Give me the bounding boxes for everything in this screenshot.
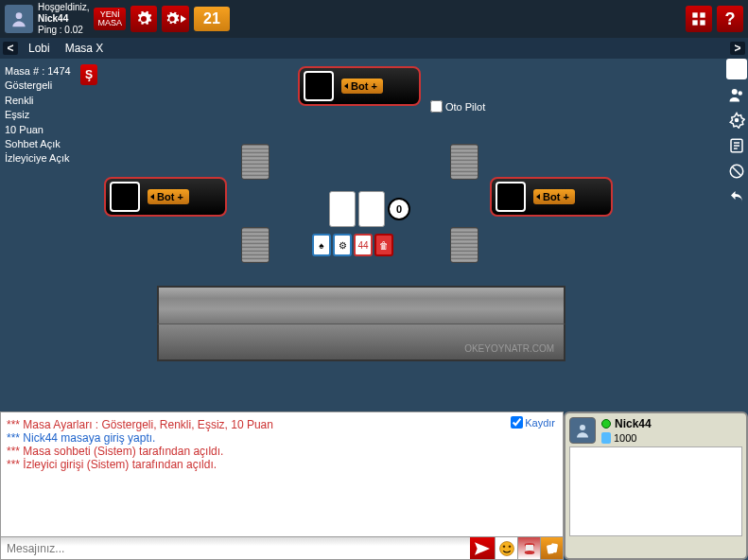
cards-button[interactable] (540, 537, 563, 559)
player-panel-body (569, 446, 742, 536)
svg-point-16 (508, 545, 510, 547)
oto-pilot-toggle[interactable]: Oto Pilot (430, 100, 485, 113)
mini-card-3-label: 44 (357, 240, 368, 251)
player-points: 1000 (614, 432, 636, 444)
seat-right-avatar (496, 182, 526, 212)
breadcrumb-fwd-button[interactable]: > (730, 42, 745, 55)
draw-tile-2[interactable] (358, 191, 385, 227)
rack-bottom-row[interactable]: OKEYOYNATR.COM (157, 324, 565, 361)
player-header: Nick44 1000 (569, 417, 742, 444)
draw-tile-1[interactable] (329, 191, 356, 227)
ping-label: Ping : 0.02 (38, 25, 83, 35)
player-points-row: 1000 (601, 432, 652, 444)
seat-top-avatar (304, 71, 334, 101)
emoji-button[interactable] (495, 537, 517, 559)
seat-top[interactable]: Bot + (298, 66, 421, 106)
chat-line-3: *** Masa sohbeti (Sistem) tarafından açı… (7, 445, 557, 458)
svg-rect-21 (549, 543, 557, 552)
breadcrumb: < Lobi Masa X > (0, 38, 748, 59)
coin-icon (601, 432, 611, 444)
chat-log[interactable]: Kaydır *** Masa Ayarları : Göstergeli, R… (1, 412, 563, 536)
seat-right[interactable]: Bot + (490, 177, 613, 217)
rack-top-row[interactable] (157, 286, 565, 324)
seat-top-label[interactable]: Bot + (341, 79, 383, 94)
discard-stack-bl[interactable] (241, 227, 270, 263)
online-status-icon (601, 419, 611, 429)
breadcrumb-lobi[interactable]: Lobi (21, 42, 58, 55)
grid-button[interactable] (686, 6, 712, 32)
player-nick: Nick44 (615, 417, 652, 430)
scroll-toggle[interactable]: Kaydır (511, 416, 555, 429)
oto-pilot-label: Oto Pilot (445, 101, 485, 113)
breadcrumb-masa[interactable]: Masa X (58, 42, 112, 55)
chat-line-1: *** Masa Ayarları : Göstergeli, Renkli, … (7, 418, 557, 431)
mini-card-4[interactable]: 🗑 (374, 234, 393, 256)
discard-stack-tr[interactable] (450, 144, 478, 180)
spool-button[interactable] (517, 537, 540, 559)
settings-button[interactable] (130, 6, 157, 32)
welcome-prefix: Hoşgeldiniz, (38, 2, 89, 12)
svg-point-14 (499, 541, 513, 555)
watermark: OKEYOYNATR.COM (464, 343, 554, 354)
svg-rect-3 (692, 20, 697, 25)
seat-right-label[interactable]: Bot + (533, 189, 575, 204)
svg-point-19 (524, 551, 534, 554)
mini-card-2-glyph: ⚙ (339, 240, 347, 251)
breadcrumb-back-button[interactable]: < (3, 42, 18, 55)
svg-rect-2 (700, 12, 705, 17)
svg-rect-4 (700, 20, 705, 25)
chat-line-2: *** Nick44 masaya giriş yaptı. (7, 431, 557, 445)
send-button[interactable] (470, 537, 495, 559)
message-input[interactable] (1, 537, 470, 559)
score-badge: 21 (194, 7, 230, 31)
help-button[interactable]: ? (717, 6, 743, 32)
welcome-text: Hoşgeldiniz, Nick44 Ping : 0.02 (38, 2, 89, 36)
mini-card-1[interactable]: ♠ (312, 234, 331, 256)
player-rack[interactable]: OKEYOYNATR.COM (157, 286, 565, 361)
seat-left[interactable]: Bot + (104, 177, 227, 217)
scroll-label: Kaydır (525, 417, 555, 429)
avatar[interactable] (5, 5, 33, 33)
new-table-button[interactable]: YENİ MASA (94, 8, 126, 30)
player-panel: Nick44 1000 (564, 411, 748, 560)
chat-line-4: *** İzleyici girişi (Sistem) tarafından … (7, 458, 557, 471)
top-bar: Hoşgeldiniz, Nick44 Ping : 0.02 YENİ MAS… (0, 0, 748, 38)
welcome-nick: Nick44 (38, 13, 68, 24)
scroll-checkbox[interactable] (511, 416, 523, 429)
mini-card-2[interactable]: ⚙ (333, 234, 352, 256)
bottom-area: Kaydır *** Masa Ayarları : Göstergeli, R… (0, 411, 748, 560)
seat-left-label[interactable]: Bot + (148, 189, 189, 204)
player-name-row: Nick44 (601, 417, 652, 430)
discard-stack-tl[interactable] (241, 144, 270, 180)
seat-left-avatar (110, 182, 140, 212)
draw-pile: 0 (329, 191, 410, 227)
svg-point-0 (16, 12, 23, 19)
discard-stack-br[interactable] (450, 227, 478, 263)
svg-point-22 (580, 425, 585, 430)
svg-point-15 (502, 545, 504, 547)
chat-panel: Kaydır *** Masa Ayarları : Göstergeli, R… (0, 411, 564, 560)
player-avatar-icon[interactable] (569, 417, 596, 444)
tile-icon-row: ♠ ⚙ 44 🗑 (312, 234, 393, 256)
mini-card-3[interactable]: 44 (354, 234, 373, 256)
oto-pilot-checkbox[interactable] (430, 100, 443, 113)
svg-rect-1 (692, 12, 697, 17)
draw-count: 0 (388, 198, 410, 220)
chat-input-row (1, 536, 563, 559)
settings-language-button[interactable] (162, 6, 189, 32)
